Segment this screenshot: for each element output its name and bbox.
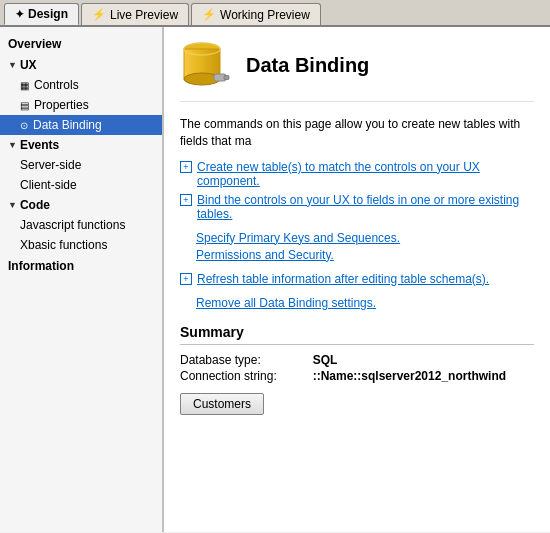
data-binding-icon: ⊙ <box>20 120 28 131</box>
connection-string-label: Connection string: <box>180 369 305 383</box>
live-preview-icon: ⚡ <box>92 8 106 21</box>
sidebar-item-controls[interactable]: ▦ Controls <box>0 75 162 95</box>
primary-keys-link[interactable]: Specify Primary Keys and Sequences. <box>180 231 534 245</box>
sidebar-item-data-binding[interactable]: ⊙ Data Binding <box>0 115 162 135</box>
properties-icon: ▤ <box>20 100 29 111</box>
refresh-expand-icon[interactable]: + <box>180 273 192 285</box>
remove-link[interactable]: Remove all Data Binding settings. <box>180 296 534 310</box>
summary-section: Summary Database type: SQL Connection st… <box>180 324 534 415</box>
create-table-link-item: + Create new table(s) to match the contr… <box>180 160 534 188</box>
tab-working-preview-label: Working Preview <box>220 8 310 22</box>
customers-button[interactable]: Customers <box>180 393 264 415</box>
controls-icon: ▦ <box>20 80 29 91</box>
tab-live-preview[interactable]: ⚡ Live Preview <box>81 3 189 25</box>
sidebar-item-properties[interactable]: ▤ Properties <box>0 95 162 115</box>
summary-title: Summary <box>180 324 534 345</box>
content-header: Data Binding <box>180 39 534 102</box>
refresh-link-item: + Refresh table information after editin… <box>180 272 534 286</box>
create-table-expand-icon[interactable]: + <box>180 161 192 173</box>
events-arrow-icon: ▼ <box>8 140 17 150</box>
tab-live-preview-label: Live Preview <box>110 8 178 22</box>
tab-bar: ✦ Design ⚡ Live Preview ⚡ Working Previe… <box>0 0 550 27</box>
database-icon <box>180 39 232 91</box>
sidebar-item-information[interactable]: Information <box>0 255 162 277</box>
db-type-value: SQL <box>313 353 534 367</box>
permissions-link[interactable]: Permissions and Security. <box>180 248 534 262</box>
page-title: Data Binding <box>246 54 369 77</box>
sidebar-item-xbasic-functions[interactable]: Xbasic functions <box>0 235 162 255</box>
sidebar-group-events[interactable]: ▼ Events <box>0 135 162 155</box>
design-icon: ✦ <box>15 8 24 21</box>
sidebar: Overview ▼ UX ▦ Controls ▤ Properties ⊙ … <box>0 27 163 532</box>
db-type-label: Database type: <box>180 353 305 367</box>
sidebar-item-client-side[interactable]: Client-side <box>0 175 162 195</box>
summary-grid: Database type: SQL Connection string: ::… <box>180 353 534 383</box>
db-svg-icon <box>180 39 232 91</box>
tab-design[interactable]: ✦ Design <box>4 3 79 25</box>
sidebar-item-javascript-functions[interactable]: Javascript functions <box>0 215 162 235</box>
code-arrow-icon: ▼ <box>8 200 17 210</box>
tab-working-preview[interactable]: ⚡ Working Preview <box>191 3 321 25</box>
refresh-link[interactable]: Refresh table information after editing … <box>197 272 489 286</box>
create-table-link[interactable]: Create new table(s) to match the control… <box>197 160 534 188</box>
working-preview-icon: ⚡ <box>202 8 216 21</box>
ux-arrow-icon: ▼ <box>8 60 17 70</box>
bind-controls-link-item: + Bind the controls on your UX to fields… <box>180 193 534 221</box>
content-area: Data Binding The commands on this page a… <box>163 27 550 532</box>
tab-design-label: Design <box>28 7 68 21</box>
sidebar-group-code[interactable]: ▼ Code <box>0 195 162 215</box>
connection-string-value: ::Name::sqlserver2012_northwind <box>313 369 534 383</box>
bind-controls-expand-icon[interactable]: + <box>180 194 192 206</box>
svg-rect-5 <box>224 76 229 80</box>
sidebar-item-server-side[interactable]: Server-side <box>0 155 162 175</box>
content-body: The commands on this page allow you to c… <box>180 116 534 415</box>
main-layout: Overview ▼ UX ▦ Controls ▤ Properties ⊙ … <box>0 27 550 532</box>
sidebar-group-ux[interactable]: ▼ UX <box>0 55 162 75</box>
content-description: The commands on this page allow you to c… <box>180 116 534 150</box>
bind-controls-link[interactable]: Bind the controls on your UX to fields i… <box>197 193 534 221</box>
sidebar-item-overview[interactable]: Overview <box>0 33 162 55</box>
